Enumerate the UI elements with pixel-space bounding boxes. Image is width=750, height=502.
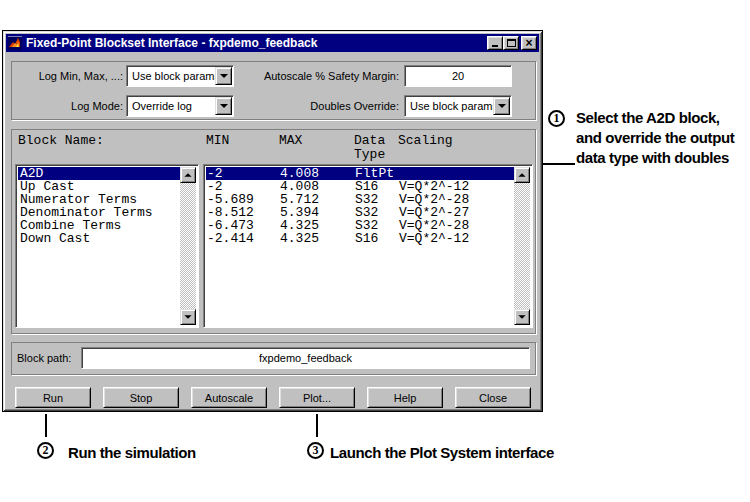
cell-max: 4.325 <box>280 232 319 245</box>
chevron-down-icon[interactable] <box>493 97 510 115</box>
scroll-up-button[interactable] <box>514 167 530 183</box>
log-min-max-value: Use block params <box>132 70 220 82</box>
close-icon: × <box>525 38 532 48</box>
scroll-down-button[interactable] <box>514 309 530 325</box>
header-block-name: Block Name: <box>18 133 104 148</box>
doubles-override-value: Use block params <box>410 100 498 112</box>
header-data-type-2: Type <box>354 147 385 162</box>
step-3-badge: 3 <box>307 442 324 459</box>
help-button[interactable]: Help <box>367 387 443 408</box>
minimize-button[interactable] <box>487 36 503 50</box>
step-1-text-line: and override the output <box>576 128 734 148</box>
chevron-down-icon[interactable] <box>215 97 232 115</box>
header-data-type-1: Data <box>354 133 385 148</box>
block-stats-scrollbar[interactable] <box>514 167 530 325</box>
maximize-button[interactable] <box>503 36 519 50</box>
triangle-down-icon <box>498 104 506 108</box>
header-min: MIN <box>206 133 229 148</box>
callout-line-3 <box>316 414 318 437</box>
scroll-up-button[interactable] <box>180 167 196 183</box>
window-title: Fixed-Point Blockset Interface - fxpdemo… <box>26 36 487 50</box>
chevron-down-icon[interactable] <box>215 67 232 85</box>
block-name-scrollbar[interactable] <box>180 167 196 325</box>
log-min-max-select[interactable]: Use block params <box>126 65 234 87</box>
close-button[interactable]: × <box>521 36 537 50</box>
block-stats-list[interactable]: -24.008FltPt-24.008S16V=Q*2^-12-5.6895.7… <box>203 164 533 328</box>
log-mode-select[interactable]: Override log <box>126 95 234 117</box>
step-1-text: Select the A2D block, and override the o… <box>576 108 734 168</box>
autoscale-button[interactable]: Autoscale <box>191 387 267 408</box>
maximize-icon <box>507 39 516 47</box>
callout-line-2 <box>45 414 47 437</box>
log-mode-value: Override log <box>132 100 192 112</box>
cell-scaling: V=Q*2^-12 <box>399 232 469 245</box>
close-dialog-button[interactable]: Close <box>455 387 531 408</box>
triangle-up-icon <box>518 173 525 177</box>
block-stats-rows: -24.008FltPt-24.008S16V=Q*2^-12-5.6895.7… <box>206 167 514 325</box>
block-path-label: Block path: <box>17 352 71 364</box>
cell-type: S16 <box>355 232 378 245</box>
autoscale-margin-label: Autoscale % Safety Margin: <box>243 70 399 82</box>
doubles-override-label: Doubles Override: <box>243 100 399 112</box>
triangle-down-icon <box>220 104 228 108</box>
minimize-icon <box>492 45 498 47</box>
window-controls: × <box>487 36 537 50</box>
block-name-list[interactable]: A2DUp CastNumerator TermsDenominator Ter… <box>15 164 199 328</box>
triangle-up-icon <box>184 173 191 177</box>
log-min-max-label: Log Min, Max, ...: <box>13 70 123 82</box>
log-mode-label: Log Mode: <box>13 100 123 112</box>
title-bar[interactable]: Fixed-Point Blockset Interface - fxpdemo… <box>6 34 539 52</box>
block-path-input[interactable] <box>81 347 530 369</box>
block-name-rows: A2DUp CastNumerator TermsDenominator Ter… <box>18 167 180 325</box>
header-scaling: Scaling <box>398 133 453 148</box>
matlab-logo-icon <box>8 36 22 50</box>
triangle-down-icon <box>184 315 191 319</box>
doubles-override-select[interactable]: Use block params <box>404 95 512 117</box>
triangle-down-icon <box>518 315 525 319</box>
run-button[interactable]: Run <box>15 387 91 408</box>
step-1-text-line: data type with doubles <box>576 148 734 168</box>
step-1-text-line: Select the A2D block, <box>576 108 734 128</box>
step-1-badge: 1 <box>548 110 565 127</box>
header-max: MAX <box>279 133 302 148</box>
autoscale-margin-input[interactable] <box>404 65 512 87</box>
block-stats-row[interactable]: -2.4144.325S16V=Q*2^-12 <box>206 232 514 245</box>
plot-button[interactable]: Plot... <box>279 387 355 408</box>
step-3-text: Launch the Plot System interface <box>330 444 554 462</box>
callout-line-1 <box>543 163 575 165</box>
step-2-text: Run the simulation <box>68 444 196 462</box>
scroll-down-button[interactable] <box>180 309 196 325</box>
cell-min: -2.414 <box>207 232 254 245</box>
page: Fixed-Point Blockset Interface - fxpdemo… <box>0 0 750 502</box>
dialog-window: Fixed-Point Blockset Interface - fxpdemo… <box>2 30 543 412</box>
stop-button[interactable]: Stop <box>103 387 179 408</box>
triangle-down-icon <box>220 74 228 78</box>
step-2-badge: 2 <box>37 442 54 459</box>
block-name-row[interactable]: Down Cast <box>18 232 180 245</box>
